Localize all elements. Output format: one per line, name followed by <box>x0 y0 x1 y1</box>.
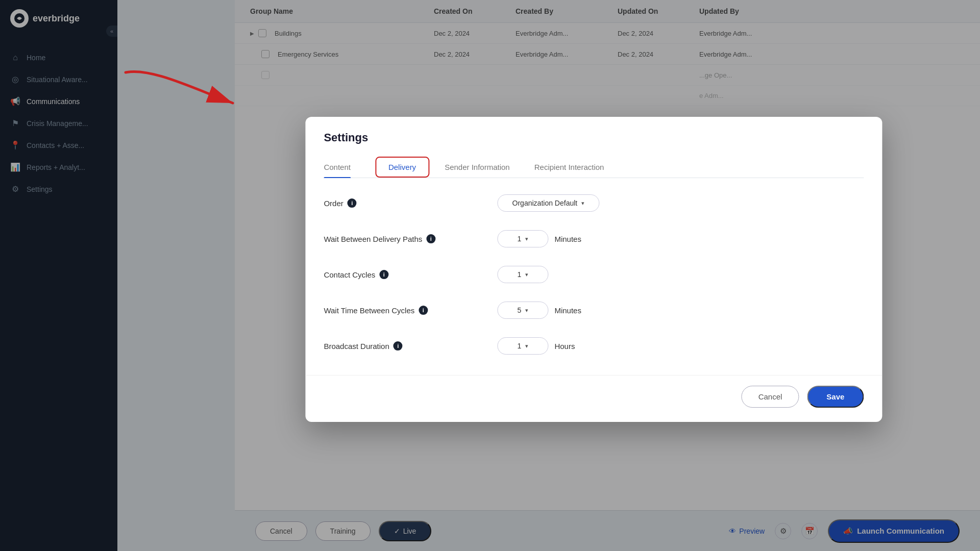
broadcast-duration-label: Broadcast Duration i <box>324 341 497 350</box>
broadcast-duration-dropdown-arrow: ▾ <box>525 343 528 349</box>
modal-body: Order i Organization Default ▾ Wait Betw… <box>305 178 882 375</box>
wait-delivery-dropdown-arrow: ▾ <box>525 236 528 242</box>
wait-delivery-info-icon[interactable]: i <box>426 234 435 243</box>
wait-delivery-unit: Minutes <box>554 235 581 243</box>
wait-delivery-select[interactable]: 1 ▾ <box>497 230 548 247</box>
wait-cycles-label: Wait Time Between Cycles i <box>324 306 497 315</box>
wait-cycles-control: 5 ▾ Minutes <box>497 302 581 319</box>
wait-delivery-form-row: Wait Between Delivery Paths i 1 ▾ Minute… <box>324 230 864 247</box>
contact-cycles-dropdown-arrow: ▾ <box>525 271 528 278</box>
order-info-icon[interactable]: i <box>348 198 357 208</box>
modal-title: Settings <box>324 131 864 144</box>
wait-cycles-unit: Minutes <box>554 306 581 315</box>
tab-content[interactable]: Content <box>324 157 351 178</box>
wait-cycles-form-row: Wait Time Between Cycles i 5 ▾ Minutes <box>324 302 864 319</box>
modal-footer: Cancel Save <box>305 375 882 422</box>
contact-cycles-control: 1 ▾ <box>497 266 548 283</box>
broadcast-duration-info-icon[interactable]: i <box>394 341 403 350</box>
tab-recipient-interaction[interactable]: Recipient Interaction <box>534 157 604 178</box>
wait-cycles-dropdown-arrow: ▾ <box>525 307 528 314</box>
wait-delivery-control: 1 ▾ Minutes <box>497 230 581 247</box>
modal-cancel-button[interactable]: Cancel <box>742 386 799 408</box>
order-form-row: Order i Organization Default ▾ <box>324 194 864 212</box>
broadcast-duration-control: 1 ▾ Hours <box>497 337 575 355</box>
order-label: Order i <box>324 198 497 208</box>
contact-cycles-label: Contact Cycles i <box>324 270 497 279</box>
settings-modal: Settings Content Delivery Sender Informa… <box>305 117 882 422</box>
contact-cycles-select[interactable]: 1 ▾ <box>497 266 548 283</box>
contact-cycles-info-icon[interactable]: i <box>379 270 388 279</box>
modal-tabs: Content Delivery Sender Information Reci… <box>324 157 864 178</box>
modal-save-button[interactable]: Save <box>807 386 864 408</box>
wait-cycles-select[interactable]: 5 ▾ <box>497 302 548 319</box>
tab-delivery[interactable]: Delivery <box>375 157 429 178</box>
wait-cycles-info-icon[interactable]: i <box>419 306 428 315</box>
order-select[interactable]: Organization Default ▾ <box>497 194 599 212</box>
modal-header: Settings Content Delivery Sender Informa… <box>305 117 882 178</box>
tab-sender-information[interactable]: Sender Information <box>445 157 510 178</box>
order-dropdown-arrow: ▾ <box>581 200 584 207</box>
wait-delivery-label: Wait Between Delivery Paths i <box>324 234 497 243</box>
broadcast-duration-select[interactable]: 1 ▾ <box>497 337 548 355</box>
order-control: Organization Default ▾ <box>497 194 599 212</box>
contact-cycles-form-row: Contact Cycles i 1 ▾ <box>324 266 864 283</box>
broadcast-duration-unit: Hours <box>554 342 575 350</box>
broadcast-duration-form-row: Broadcast Duration i 1 ▾ Hours <box>324 337 864 355</box>
